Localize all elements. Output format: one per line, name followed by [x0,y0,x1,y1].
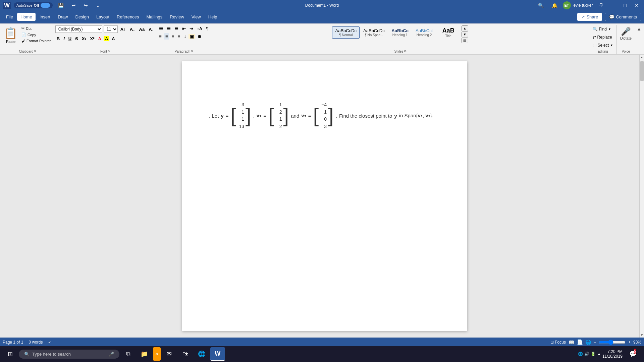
copy-button[interactable]: 📄 Copy [20,32,52,38]
paragraph-expand[interactable]: ⧉ [191,50,193,53]
user-avatar[interactable]: ET [563,1,571,9]
numbering-button[interactable]: ☰ [165,25,172,32]
autosave-badge[interactable]: AutoSave Off [14,2,53,8]
menu-design[interactable]: Design [72,13,92,21]
search-box[interactable]: 🔍 🎤 [19,350,119,359]
search-input[interactable] [32,352,106,357]
font-expand[interactable]: ⧉ [108,50,110,53]
select-button[interactable]: ⬚ Select ▼ [591,42,615,49]
justify-button[interactable]: ≡ [176,33,182,40]
scroll-thumb[interactable] [640,61,644,81]
read-mode-button[interactable]: 📖 [569,340,574,345]
style-title[interactable]: AaB Title [437,25,460,40]
print-layout-button[interactable]: 📄 [577,339,583,345]
undo-button[interactable]: ↩ [69,2,78,9]
menu-file[interactable]: File [3,13,16,21]
change-case-button[interactable]: Aa [138,26,146,33]
paste-button[interactable]: 📋 Paste [3,25,19,45]
maximize-button[interactable]: □ [621,2,629,9]
focus-button[interactable]: ⊡ Focus [550,340,566,345]
underline-button[interactable]: U [67,36,73,42]
right-scrollbar[interactable]: ▲ ▼ [639,55,644,338]
styles-scroll-up[interactable]: ▲ [462,25,468,31]
menu-draw[interactable]: Draw [54,13,71,21]
start-button[interactable]: ⊞ [3,347,17,361]
scroll-down-arrow[interactable]: ▼ [640,333,644,338]
menu-mailings[interactable]: Mailings [143,13,166,21]
font-size-select[interactable]: 11 [104,25,118,33]
menu-view[interactable]: View [188,13,204,21]
cut-button[interactable]: ✂ Cut [20,25,52,31]
menu-help[interactable]: Help [205,13,221,21]
mail-button[interactable]: ✉ [162,347,177,361]
font-color-button[interactable]: A [97,36,103,42]
notification-button[interactable]: 💬 5 [627,347,641,361]
chrome-button[interactable]: 🌐 [194,347,209,361]
increase-font-button[interactable]: A↑ [119,26,127,33]
align-right-button[interactable]: ≡ [170,33,175,40]
task-view-button[interactable]: ⧉ [121,347,136,361]
sort-button[interactable]: ↕A [196,25,204,32]
text-effect-button[interactable]: A [110,36,116,42]
zoom-minus[interactable]: − [594,340,596,345]
style-normal[interactable]: AaBbCcDc ¶ Normal [332,26,360,39]
borders-button[interactable]: ⊞ [196,33,203,40]
subscript-button[interactable]: X₂ [80,36,88,42]
menu-insert[interactable]: Insert [36,13,54,21]
web-layout-button[interactable]: 🌐 [585,340,591,345]
scroll-up-arrow[interactable]: ▲ [640,55,644,60]
menu-review[interactable]: Review [166,13,187,21]
dictate-button[interactable]: 🎤 Dictate [618,25,634,42]
share-button[interactable]: ↗ Share [577,13,602,21]
font-name-select[interactable]: Calibri (Body) [55,25,102,33]
styles-expand[interactable]: ▤ [462,38,468,43]
highlight-button[interactable]: A [104,36,109,41]
minimize-button[interactable]: — [608,2,619,9]
strikethrough-button[interactable]: S [74,36,79,42]
word-taskbar-button[interactable]: W [210,347,225,361]
styles-expand-icon[interactable]: ⧉ [404,50,406,53]
bell-icon[interactable]: 🔔 [549,2,560,9]
shopping-button[interactable]: 🛍 [178,347,193,361]
decrease-indent-button[interactable]: ⇤ [181,25,187,32]
decrease-font-button[interactable]: A↓ [128,26,137,33]
amazon-button[interactable]: a [153,347,161,361]
increase-indent-button[interactable]: ⇥ [188,25,195,32]
ribbon-collapse-button[interactable]: ▲ [637,26,641,32]
show-hide-button[interactable]: ¶ [205,25,210,32]
superscript-button[interactable]: X² [89,36,96,42]
format-painter-button[interactable]: 🖌 Format Painter [20,38,52,44]
close-button[interactable]: ✕ [632,2,641,9]
line-spacing-button[interactable]: ↕ [183,33,188,40]
clear-format-button[interactable]: A⃥ [147,26,155,33]
clipboard-expand[interactable]: ⧉ [34,50,36,53]
styles-scroll-down[interactable]: ▼ [462,32,468,37]
redo-button[interactable]: ↪ [81,2,91,9]
align-center-button[interactable]: ≡ [164,33,169,40]
up-arrow-icon[interactable]: ▲ [597,352,601,356]
italic-button[interactable]: I [62,36,66,42]
mic-icon[interactable]: 🎤 [109,352,114,357]
menu-layout[interactable]: Layout [93,13,113,21]
customize-toolbar-button[interactable]: ⌄ [93,2,103,9]
multilevel-list-button[interactable]: ☰ [173,25,180,32]
align-left-button[interactable]: ≡ [158,33,163,40]
search-button[interactable]: 🔍 [535,2,546,9]
find-button[interactable]: 🔍 Find ▼ [591,25,615,33]
zoom-slider[interactable] [599,340,626,345]
document-page[interactable]: . Let y = 3 −1 1 13 , v₁ = [182,61,467,331]
ribbon-icon[interactable]: 🗗 [596,2,606,9]
style-heading2[interactable]: AaBbCct Heading 2 [413,26,436,39]
bold-button[interactable]: B [55,36,61,42]
menu-home[interactable]: Home [17,13,36,21]
save-button[interactable]: 💾 [55,2,66,9]
style-no-spacing[interactable]: AaBbCcDc ¶ No Spac... [360,26,388,39]
comments-button[interactable]: 💬 Comments [605,13,641,21]
shading-button[interactable]: ▣ [189,34,195,39]
replace-button[interactable]: ⇄ Replace [591,34,615,41]
file-explorer-button[interactable]: 📁 [137,347,152,361]
menu-references[interactable]: References [113,13,142,21]
zoom-plus[interactable]: + [628,340,631,345]
bullets-button[interactable]: ☰ [158,25,164,32]
style-heading1[interactable]: AaBbCc Heading 1 [388,26,412,39]
